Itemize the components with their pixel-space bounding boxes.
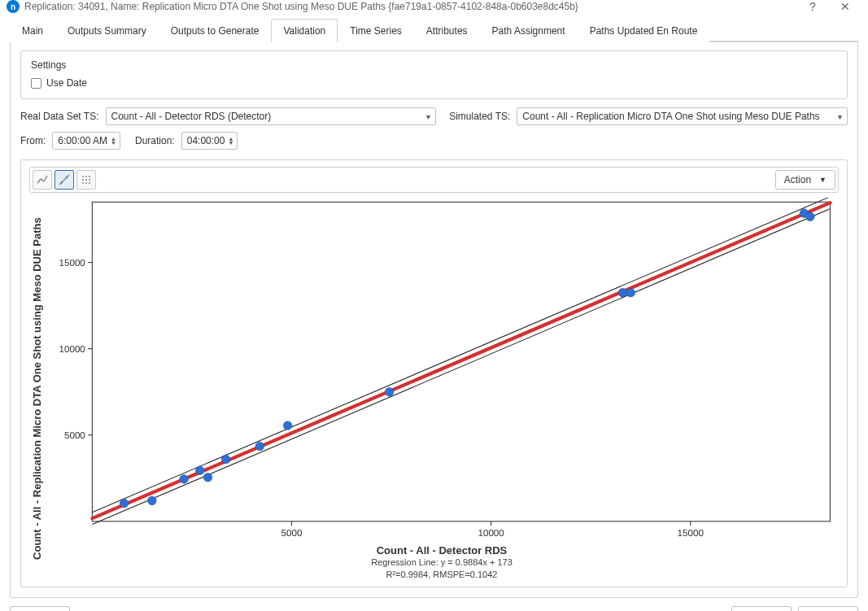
svg-text:15000: 15000	[59, 257, 85, 268]
svg-line-26	[92, 209, 830, 525]
help-button[interactable]: ?	[796, 0, 829, 13]
svg-point-32	[203, 473, 212, 482]
duration-input[interactable]: 04:00:00 ▲▼	[181, 132, 238, 150]
svg-point-33	[221, 455, 230, 464]
svg-point-11	[89, 182, 90, 184]
svg-point-2	[66, 177, 68, 179]
svg-text:15000: 15000	[678, 527, 704, 538]
svg-text:5000: 5000	[64, 430, 85, 440]
real-ts-select[interactable]: Count - All - Detector RDS (Detector) ▾	[106, 107, 437, 125]
svg-point-36	[385, 387, 394, 396]
settings-group: Settings Use Date	[20, 50, 848, 99]
svg-point-37	[618, 288, 627, 297]
svg-point-1	[61, 181, 63, 184]
svg-point-3	[82, 176, 84, 177]
spinner-arrows-icon: ▲▼	[228, 137, 233, 145]
action-label: Action	[784, 174, 811, 185]
sim-ts-label: Simulated TS:	[449, 111, 510, 122]
svg-point-35	[283, 421, 292, 430]
tab-path-assignment[interactable]: Path Assignment	[480, 19, 578, 42]
r2-text: R²=0.9984, RMSPE=0.1042	[45, 569, 839, 580]
titlebar: n Replication: 34091, Name: Replication …	[0, 0, 868, 13]
from-time-input[interactable]: 6:00:00 AM ▲▼	[52, 132, 120, 150]
tab-outputs-to-generate[interactable]: Outputs to Generate	[159, 19, 272, 42]
svg-line-25	[92, 198, 830, 513]
tab-bar: Main Outputs Summary Outputs to Generate…	[10, 18, 858, 42]
chevron-down-icon: ▼	[819, 176, 827, 184]
regression-text: Regression Line: y = 0.9884x + 173	[45, 556, 839, 568]
chart-panel: Action ▼ Count - All - Replication Micro…	[20, 159, 848, 587]
svg-point-10	[85, 182, 87, 184]
app-icon: n	[7, 0, 20, 13]
scatter-plot: 5000100001500050001000015000	[45, 198, 839, 543]
svg-text:10000: 10000	[478, 527, 504, 538]
window-title: Replication: 34091, Name: Replication Mi…	[24, 1, 796, 12]
svg-point-5	[89, 176, 90, 177]
close-button[interactable]: ✕	[829, 0, 861, 13]
use-date-label: Use Date	[46, 77, 87, 89]
from-label: From:	[20, 135, 46, 146]
tab-time-series[interactable]: Time Series	[338, 19, 414, 42]
tab-main[interactable]: Main	[10, 19, 55, 42]
from-time-value: 6:00:00 AM	[58, 135, 107, 146]
svg-point-30	[180, 475, 189, 484]
scatter-chart-icon[interactable]	[55, 170, 74, 190]
svg-line-0	[59, 175, 69, 185]
svg-point-31	[195, 466, 204, 475]
sim-ts-value: Count - All - Replication Micro DTA One …	[522, 111, 819, 122]
svg-point-9	[82, 182, 84, 184]
svg-point-34	[255, 442, 264, 451]
tab-attributes[interactable]: Attributes	[414, 19, 480, 42]
line-chart-icon[interactable]	[33, 170, 52, 190]
x-axis-label: Count - All - Detector RDS	[45, 544, 839, 556]
svg-point-4	[85, 176, 87, 177]
cancel-button[interactable]: Cancel	[798, 606, 858, 611]
ok-button[interactable]: OK	[731, 606, 792, 611]
real-ts-value: Count - All - Detector RDS (Detector)	[111, 111, 272, 122]
help-button[interactable]: Help	[10, 606, 70, 611]
real-ts-label: Real Data Set TS:	[20, 111, 99, 122]
settings-legend: Settings	[28, 59, 69, 71]
duration-label: Duration:	[135, 135, 175, 146]
chevron-down-icon: ▾	[838, 112, 842, 121]
spinner-arrows-icon: ▲▼	[111, 137, 116, 145]
tab-paths-updated[interactable]: Paths Updated En Route	[578, 19, 710, 42]
svg-point-8	[89, 179, 90, 181]
sim-ts-select[interactable]: Count - All - Replication Micro DTA One …	[517, 107, 848, 125]
svg-point-38	[626, 288, 635, 297]
svg-point-6	[82, 179, 84, 181]
svg-point-40	[806, 212, 815, 221]
checkbox-box	[31, 78, 41, 89]
svg-point-28	[120, 499, 129, 508]
tab-outputs-summary[interactable]: Outputs Summary	[55, 19, 159, 42]
grid-chart-icon[interactable]	[76, 170, 96, 190]
duration-value: 04:00:00	[187, 135, 225, 146]
tab-validation[interactable]: Validation	[271, 19, 338, 42]
svg-text:10000: 10000	[59, 343, 85, 354]
svg-point-29	[148, 496, 157, 505]
chevron-down-icon: ▾	[426, 112, 430, 121]
use-date-checkbox[interactable]: Use Date	[31, 77, 837, 89]
svg-text:5000: 5000	[281, 527, 303, 538]
y-axis-label: Count - All - Replication Micro DTA One …	[29, 198, 45, 580]
action-button[interactable]: Action ▼	[775, 170, 835, 190]
svg-point-7	[85, 179, 87, 181]
chart-toolbar: Action ▼	[29, 167, 839, 193]
